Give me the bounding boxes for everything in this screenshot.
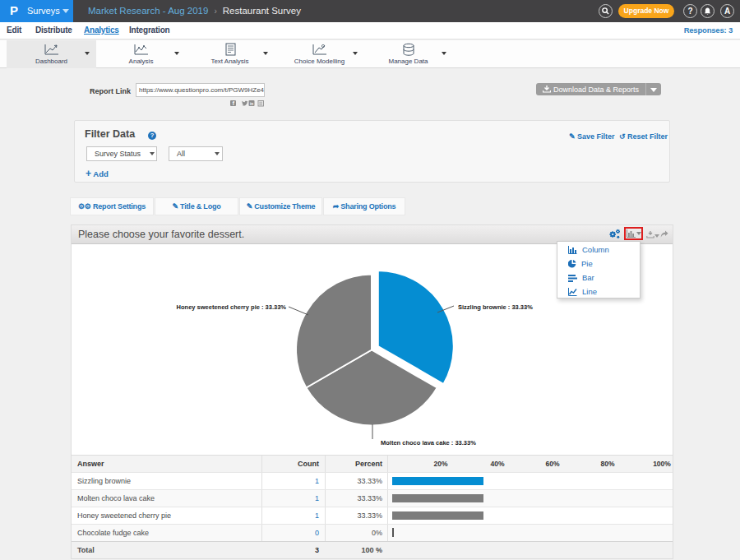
svg-text:Molten choco lava cake : 33.33: Molten choco lava cake : 33.33% bbox=[381, 439, 476, 447]
svg-text:in: in bbox=[250, 102, 253, 106]
svg-text:Honey sweetened cherry pie : 3: Honey sweetened cherry pie : 33.33% bbox=[177, 303, 287, 311]
svg-text:Sizzling brownie : 33.33%: Sizzling brownie : 33.33% bbox=[458, 303, 533, 311]
